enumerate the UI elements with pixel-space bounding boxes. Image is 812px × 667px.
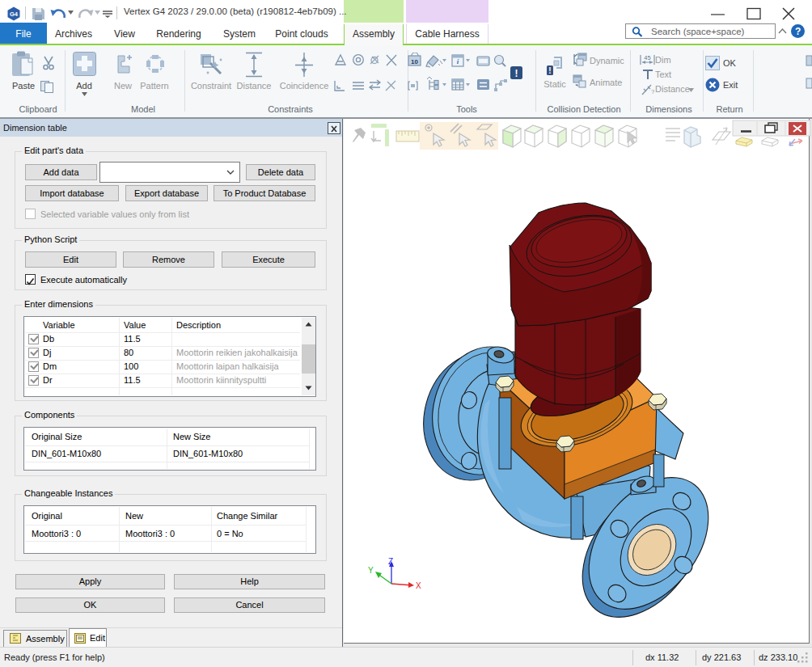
svg-text:45: 45 [644, 54, 650, 61]
svg-text:!: ! [548, 66, 551, 75]
svg-text:?: ? [651, 88, 654, 95]
svg-text:G4: G4 [10, 11, 19, 18]
svg-text:Z: Z [388, 557, 393, 566]
svg-text:X: X [416, 581, 421, 590]
svg-text:!: ! [515, 68, 518, 79]
svg-text:10: 10 [411, 58, 418, 65]
svg-text:Y: Y [368, 566, 374, 575]
